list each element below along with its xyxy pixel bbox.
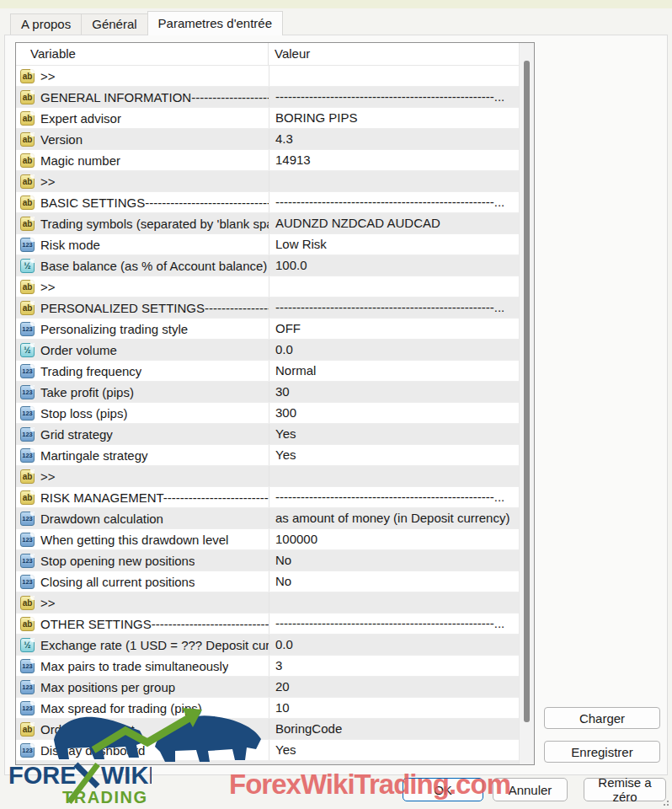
text-param-icon: ab <box>20 301 35 315</box>
table-row[interactable]: abMagic number14913 <box>16 150 520 171</box>
table-row[interactable]: 123Stop opening new positionsNo <box>16 550 520 571</box>
table-row[interactable]: 123Display dashboardYes <box>16 740 520 761</box>
table-row[interactable]: 123Personalizing trading styleOFF <box>16 319 520 340</box>
param-name: Exchange rate (1 USD = ??? Deposit curre… <box>40 638 269 652</box>
table-row[interactable]: ab>> <box>16 66 520 87</box>
param-value[interactable]: ----------------------------------------… <box>269 87 520 107</box>
table-row[interactable]: 123When getting this drawdown level10000… <box>16 529 520 550</box>
table-row[interactable]: 123Martingale strategyYes <box>16 445 520 466</box>
table-row[interactable]: ½Base balance (as % of Account balance)1… <box>16 255 520 276</box>
param-value[interactable]: 100000 <box>269 529 520 549</box>
param-value[interactable]: 20 <box>269 677 520 697</box>
param-name-cell: 123Take profit (pips) <box>16 382 269 402</box>
param-value[interactable]: ----------------------------------------… <box>269 192 520 212</box>
table-row[interactable]: ab>> <box>16 466 520 487</box>
param-value[interactable]: 14913 <box>269 150 520 170</box>
param-value[interactable]: 3 <box>269 656 520 676</box>
scrollbar-thumb[interactable] <box>524 61 530 722</box>
table-row[interactable]: ab>> <box>16 171 520 192</box>
param-name: Expert advisor <box>40 111 121 126</box>
table-row[interactable]: abExpert advisorBORING PIPS <box>16 108 520 129</box>
table-row[interactable]: 123Trading frequencyNormal <box>16 361 520 382</box>
table-row[interactable]: 123Grid strategyYes <box>16 424 520 445</box>
param-value[interactable]: Yes <box>269 424 520 444</box>
cancel-button[interactable]: Annuler <box>493 778 568 801</box>
param-value[interactable]: 4.3 <box>269 129 520 149</box>
column-header-variable[interactable]: Variable <box>16 43 269 65</box>
param-name: Orders comment <box>40 722 135 737</box>
resize-grip[interactable] <box>662 799 669 806</box>
table-row[interactable]: ab>> <box>16 276 520 297</box>
param-value[interactable]: Low Risk <box>269 234 520 254</box>
param-value[interactable] <box>269 171 520 191</box>
param-value[interactable] <box>269 592 520 613</box>
param-value[interactable]: 10 <box>269 698 520 718</box>
param-value[interactable]: 300 <box>269 403 520 423</box>
param-value[interactable]: Normal <box>269 361 520 381</box>
param-value[interactable]: Yes <box>269 445 520 465</box>
vertical-scrollbar[interactable] <box>519 43 534 764</box>
integer-param-icon: 123 <box>20 512 35 526</box>
table-row[interactable]: 123Drawdown calculationas amount of mone… <box>16 508 520 529</box>
param-value[interactable]: 30 <box>269 382 520 402</box>
table-row[interactable]: 123Risk modeLow Risk <box>16 234 520 255</box>
param-value[interactable]: 0.0 <box>269 635 520 655</box>
ok-button[interactable]: OK <box>403 778 483 801</box>
param-name-cell: ½Order volume <box>16 340 269 360</box>
param-name: >> <box>40 469 56 484</box>
reset-button[interactable]: Remise a zéro <box>584 778 666 801</box>
param-name-cell: 123Stop loss (pips) <box>16 403 269 423</box>
table-row[interactable]: abOrders commentBoringCode <box>16 719 520 740</box>
table-row[interactable]: 123Closing all current positionsNo <box>16 571 520 592</box>
param-value[interactable] <box>269 276 520 297</box>
column-header-valeur[interactable]: Valeur <box>269 43 520 65</box>
param-value[interactable]: ----------------------------------------… <box>269 297 520 318</box>
table-row[interactable]: abTrading symbols (separated by 'blank s… <box>16 213 520 234</box>
param-value[interactable]: 100.0 <box>269 255 520 276</box>
param-value[interactable]: Yes <box>269 740 520 760</box>
table-row[interactable]: abRISK MANAGEMENT-----------------------… <box>16 487 520 508</box>
table-row[interactable]: abPERSONALIZED SETTINGS-----------------… <box>16 297 520 319</box>
table-row[interactable]: abVersion4.3 <box>16 129 520 150</box>
integer-param-icon: 123 <box>20 743 35 758</box>
table-row[interactable]: abBASIC SETTINGS------------------------… <box>16 192 520 213</box>
param-name-cell: 123Grid strategy <box>16 424 269 444</box>
param-name-cell: 123Max spread for trading (pips) <box>16 698 269 718</box>
decimal-param-icon: ½ <box>20 638 35 652</box>
param-value[interactable]: 0.0 <box>269 340 520 360</box>
param-value[interactable]: AUDNZD NZDCAD AUDCAD <box>269 213 520 233</box>
param-name-cell: abGENERAL INFORMATION-------------------… <box>16 87 269 107</box>
param-name: When getting this drawdown level <box>40 533 228 547</box>
table-row[interactable]: 123Max positions per group20 <box>16 677 520 698</box>
param-value[interactable]: ----------------------------------------… <box>269 613 520 634</box>
tab-a-propos[interactable]: A propos <box>10 13 82 35</box>
table-row[interactable]: ab>> <box>16 592 520 613</box>
save-button[interactable]: Enregistrer <box>544 741 660 763</box>
decimal-param-icon: ½ <box>20 343 35 357</box>
table-row[interactable]: abGENERAL INFORMATION-------------------… <box>16 87 520 108</box>
table-row[interactable]: ½Order volume0.0 <box>16 340 520 361</box>
param-name: >> <box>40 174 56 189</box>
param-value[interactable]: as amount of money (in Deposit currency) <box>269 508 520 528</box>
param-table-body: ab>>abGENERAL INFORMATION---------------… <box>16 66 520 761</box>
table-row[interactable]: 123Max spread for trading (pips)10 <box>16 698 520 719</box>
param-value[interactable]: BORING PIPS <box>269 108 520 128</box>
param-value[interactable]: OFF <box>269 319 520 339</box>
param-value[interactable]: BoringCode <box>269 719 520 739</box>
table-row[interactable]: ½Exchange rate (1 USD = ??? Deposit curr… <box>16 635 520 656</box>
tab-parametres-entree[interactable]: Parametres d'entrée <box>147 11 283 35</box>
param-value[interactable]: No <box>269 550 520 571</box>
load-button[interactable]: Charger <box>544 707 660 729</box>
param-value[interactable]: ----------------------------------------… <box>269 487 520 507</box>
table-row[interactable]: 123Take profit (pips)30 <box>16 382 520 403</box>
param-value[interactable]: No <box>269 571 520 592</box>
table-row[interactable]: 123Max pairs to trade simultaneously3 <box>16 656 520 677</box>
param-value[interactable] <box>269 466 520 486</box>
param-value[interactable] <box>269 66 520 86</box>
param-name-cell: abTrading symbols (separated by 'blank s… <box>16 213 269 233</box>
param-name: Max spread for trading (pips) <box>40 701 202 715</box>
table-row[interactable]: abOTHER SETTINGS------------------------… <box>16 613 520 635</box>
param-name-cell: ab>> <box>16 171 269 191</box>
tab-general[interactable]: Général <box>81 13 147 35</box>
table-row[interactable]: 123Stop loss (pips)300 <box>16 403 520 424</box>
